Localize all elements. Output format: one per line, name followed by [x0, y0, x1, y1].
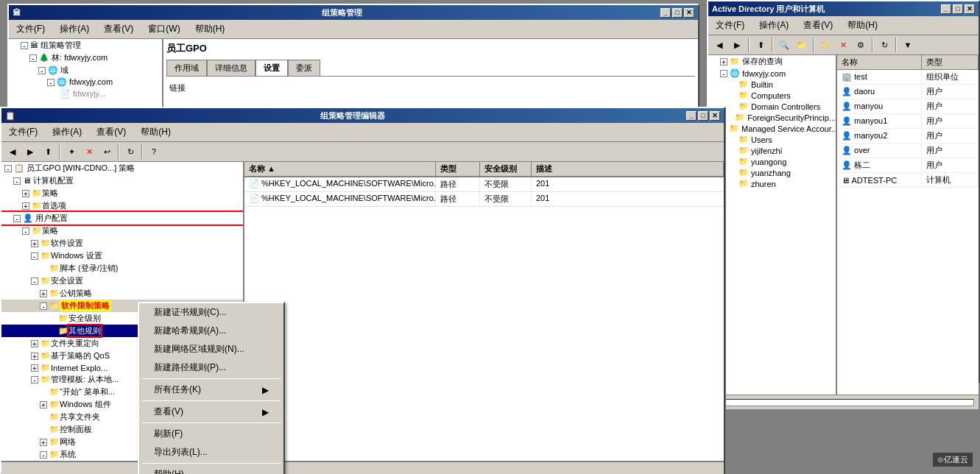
gpo-editor-up-btn[interactable]: ⬆: [40, 144, 56, 160]
gpo-expand-comp[interactable]: -: [13, 177, 21, 185]
gpo-editor-menu-action[interactable]: 操作(A): [48, 124, 86, 140]
gpo-tree-user-policy[interactable]: - 📁 策略: [1, 224, 243, 237]
ctx-help[interactable]: 帮助(H): [139, 465, 283, 474]
ctx-new-network-rule[interactable]: 新建网络区域规则(N)...: [139, 340, 283, 358]
ad-th-name[interactable]: 名称: [837, 55, 922, 69]
gpo-tree-forest[interactable]: - 🌲 林: fdwxyjy.com: [9, 52, 162, 64]
gpo-th-type[interactable]: 类型: [436, 162, 480, 176]
gpo-tab-settings[interactable]: 设置: [255, 60, 288, 76]
ad-delete-btn[interactable]: ✕: [835, 37, 851, 53]
ad-menu-view[interactable]: 查看(V): [799, 18, 837, 33]
gpo-main-menu-window[interactable]: 窗口(W): [144, 21, 184, 37]
ad-tree-yuanzhang[interactable]: 📁 yuanzhang: [708, 167, 836, 178]
ad-tree-dc[interactable]: 📁 Domain Controllers: [708, 101, 836, 112]
ad-menu-help[interactable]: 帮助(H): [843, 18, 882, 33]
gpo-tree-domains[interactable]: - 🌐 域: [9, 64, 162, 77]
gpo-th-name[interactable]: 名称 ▲: [244, 162, 436, 176]
gpo-expand-srp[interactable]: -: [40, 303, 47, 310]
ad-up-btn[interactable]: ⬆: [752, 37, 769, 53]
gpo-tab-delegate[interactable]: 委派: [288, 60, 320, 76]
gpo-expand-qos[interactable]: +: [31, 353, 38, 360]
gpo-main-max-btn[interactable]: □: [672, 8, 683, 18]
ad-tree-computers[interactable]: 📁 Computers: [708, 90, 836, 101]
ad-tree-users[interactable]: 📁 Users: [708, 134, 836, 145]
ctx-refresh[interactable]: 刷新(F): [139, 425, 283, 443]
ad-maximize-btn[interactable]: □: [953, 4, 963, 14]
gpo-tab-scope[interactable]: 作用域: [166, 60, 207, 76]
gpo-expand-user-policy[interactable]: -: [22, 227, 29, 235]
gpo-main-min-btn[interactable]: _: [660, 8, 671, 18]
ctx-view[interactable]: 查看(V) ▶: [139, 403, 283, 421]
ad-search-btn[interactable]: 🔍: [776, 37, 792, 53]
ad-props-btn[interactable]: ⚙: [853, 37, 869, 53]
ad-expand-domain[interactable]: -: [720, 70, 727, 77]
gpo-editor-refresh-btn[interactable]: ↻: [122, 144, 138, 160]
ctx-export[interactable]: 导出列表(L)...: [139, 443, 283, 461]
ctx-all-tasks[interactable]: 所有任务(K) ▶: [139, 381, 283, 399]
gpo-expand-network[interactable]: +: [40, 439, 47, 446]
gpo-th-desc[interactable]: 描述: [532, 162, 724, 176]
ad-tree-domain[interactable]: - 🌐 fdwxyjy.com: [708, 68, 836, 79]
ad-new-btn[interactable]: ✨: [817, 37, 833, 53]
gpo-expand-comp-pref[interactable]: +: [22, 202, 29, 210]
ad-expand-saved[interactable]: +: [720, 58, 727, 66]
gpo-editor-max-btn[interactable]: □: [698, 111, 708, 121]
gpo-expand-ie[interactable]: +: [31, 364, 38, 372]
gpo-expand-admin[interactable]: -: [31, 376, 38, 383]
gpo-expand-comp-policy[interactable]: +: [22, 190, 29, 197]
ad-th-type[interactable]: 类型: [922, 55, 979, 69]
gpo-expand-pubkey[interactable]: +: [40, 290, 47, 297]
gpo-editor-menu-file[interactable]: 文件(F): [4, 124, 42, 140]
gpo-tree-win-settings[interactable]: - 📁 Windows 设置: [1, 250, 243, 262]
ctx-new-cert-rule[interactable]: 新建证书规则(C)...: [139, 303, 283, 322]
ad-close-btn[interactable]: ✕: [965, 4, 975, 14]
ad-tree-yijifenzhi[interactable]: 📁 yijifenzhi: [708, 145, 836, 156]
gpo-expand-editor-root[interactable]: -: [4, 165, 12, 172]
gpo-expand-software[interactable]: +: [31, 240, 38, 247]
gpo-editor-help-btn[interactable]: ?: [146, 144, 162, 160]
gpo-expand-folder[interactable]: +: [31, 340, 38, 347]
gpo-editor-forward-btn[interactable]: ▶: [22, 144, 38, 160]
gpo-expand-fdw[interactable]: -: [47, 79, 54, 86]
gpo-editor-close-btn[interactable]: ✕: [710, 111, 720, 121]
gpo-tree-scripts[interactable]: 📁 脚本 (登录/注销): [1, 262, 243, 275]
gpo-editor-menu-view[interactable]: 查看(V): [92, 124, 130, 140]
gpo-expand-security[interactable]: -: [31, 277, 38, 285]
ad-tree-zhuren[interactable]: 📁 zhuren: [708, 178, 836, 189]
ad-tree-yuangong[interactable]: 📁 yuangong: [708, 156, 836, 167]
gpo-main-menu-file[interactable]: 文件(F): [12, 21, 49, 37]
gpo-main-menu-view[interactable]: 查看(V): [99, 21, 138, 37]
gpo-tree-pubkey[interactable]: + 📁 公钥策略: [1, 287, 243, 300]
gpo-expand-user[interactable]: -: [13, 215, 21, 222]
gpo-tab-detail[interactable]: 详细信息: [207, 60, 255, 76]
ad-folder-btn[interactable]: 📁: [794, 37, 810, 53]
ad-tree-builtin[interactable]: 📁 Builtin: [708, 79, 836, 90]
gpo-tree-software-settings[interactable]: + 📁 软件设置: [1, 237, 243, 250]
gpo-editor-new-btn[interactable]: ✦: [63, 144, 80, 160]
gpo-editor-tree-root[interactable]: - 📋 员工GPO [WIN-CDNO...] 策略: [1, 162, 243, 174]
gpo-editor-menu-help[interactable]: 帮助(H): [136, 124, 175, 140]
gpo-th-level[interactable]: 安全级别: [480, 162, 532, 176]
ad-filter-btn[interactable]: ▼: [900, 37, 916, 53]
gpo-main-close-btn[interactable]: ✕: [684, 8, 694, 18]
ad-tree-fsp[interactable]: 📁 ForeignSecurityPrincip...: [708, 112, 836, 123]
gpo-tree-computer-config[interactable]: - 🖥 计算机配置: [1, 174, 243, 187]
ad-forward-btn[interactable]: ▶: [729, 37, 745, 53]
gpo-tree-comp-pref[interactable]: + 📁 首选项: [1, 199, 243, 212]
gpo-expand-domains[interactable]: -: [38, 67, 46, 74]
gpo-editor-props-btn[interactable]: ✕: [81, 144, 97, 160]
ctx-new-path-rule[interactable]: 新建路径规则(P)...: [139, 358, 283, 377]
gpo-tree-security[interactable]: - 📁 安全设置: [1, 275, 243, 287]
gpo-tree-root[interactable]: - 🏛 组策略管理: [9, 39, 162, 52]
gpo-editor-back-btn[interactable]: ◀: [4, 144, 21, 160]
ad-back-btn[interactable]: ◀: [711, 37, 727, 53]
gpo-main-menu-help[interactable]: 帮助(H): [191, 21, 230, 37]
gpo-expand-system[interactable]: -: [40, 451, 47, 459]
ctx-new-hash-rule[interactable]: 新建哈希规则(A)...: [139, 322, 283, 340]
gpo-editor-min-btn[interactable]: _: [686, 111, 697, 121]
gpo-main-menu-action[interactable]: 操作(A): [55, 21, 94, 37]
gpo-tree-user-config[interactable]: - 👤 用户配置: [1, 212, 243, 224]
gpo-expand-root[interactable]: -: [21, 42, 28, 49]
gpo-expand-win-comp[interactable]: +: [40, 401, 47, 408]
ad-menu-action[interactable]: 操作(A): [755, 18, 793, 33]
